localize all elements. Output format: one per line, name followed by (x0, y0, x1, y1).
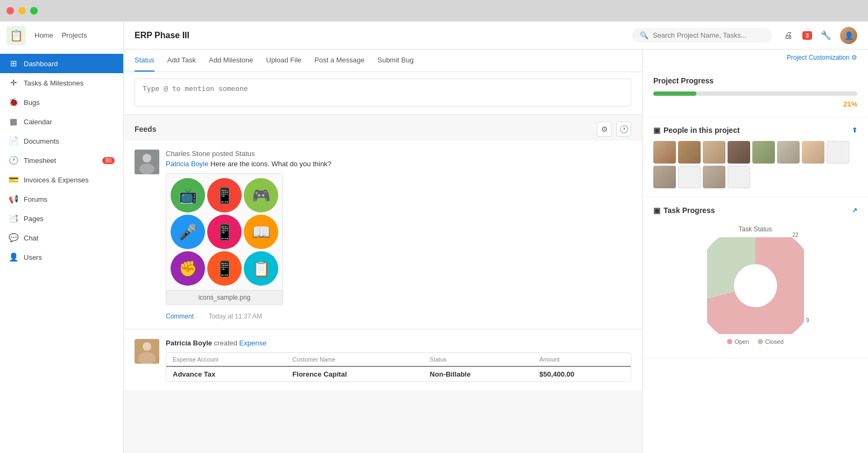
sidebar-item-users[interactable]: 👤 Users (0, 247, 123, 267)
sidebar-item-calendar[interactable]: ▦ Calendar (0, 112, 123, 131)
tasks-icon: ✛ (9, 78, 18, 88)
progress-percentage: 21% (653, 100, 857, 108)
sidebar-item-documents[interactable]: 📄 Documents (0, 131, 123, 151)
message-input[interactable] (135, 79, 631, 107)
person-avatar-placeholder (678, 166, 701, 188)
sidebar-item-bugs[interactable]: 🐞 Bugs (0, 93, 123, 112)
tab-add-task[interactable]: Add Task (167, 49, 196, 72)
sidebar-item-label: Pages (24, 215, 44, 223)
feed-area: Status Add Task Add Milestone Upload Fil… (124, 49, 642, 453)
sidebar-item-label: Documents (24, 137, 59, 145)
feed-body: Charles Stone posted Status Patricia Boy… (166, 150, 631, 320)
feed-item: Patricia Boyle created Expense Expense A… (124, 330, 642, 391)
tab-status[interactable]: Status (135, 49, 154, 72)
feed-item-header: Charles Stone posted Status Patricia Boy… (135, 150, 631, 320)
project-customization-link[interactable]: Project Customization ⚙ (653, 54, 857, 61)
feed-item-header: Patricia Boyle created Expense Expense A… (135, 339, 631, 382)
top-header: ERP Phase III 🔍 🖨 3 🔧 👤 (124, 22, 868, 49)
minimize-button[interactable] (18, 7, 26, 15)
poster-name: Patricia Boyle (166, 339, 212, 347)
search-input[interactable] (653, 31, 765, 39)
icon-7: ✊ (171, 251, 205, 286)
task-expand-icon[interactable]: ↗ (852, 207, 857, 214)
close-button[interactable] (6, 7, 14, 15)
top-nav: Home Projects (26, 31, 117, 39)
icon-1: 📺 (171, 178, 205, 213)
sidebar-item-tasks-milestones[interactable]: ✛ Tasks & Milestones (0, 73, 123, 93)
svg-point-4 (143, 342, 151, 351)
people-expand-icon[interactable]: ⬆ (852, 126, 857, 134)
chart-legend: Open Closed (727, 338, 784, 345)
icon-6: 📖 (244, 215, 278, 249)
settings-icon[interactable]: 🔧 (818, 28, 834, 43)
person-avatar-placeholder (728, 166, 750, 188)
tab-post-message[interactable]: Post a Message (314, 49, 364, 72)
customer-name-header: Customer Name (286, 353, 423, 366)
sidebar-item-label: Invoices & Expenses (24, 176, 89, 184)
feed-poster-text: Charles Stone posted Status (166, 150, 631, 158)
person-avatar (653, 141, 676, 164)
person-avatar (703, 141, 725, 164)
chart-title: Task Status (738, 225, 772, 233)
content-area: ERP Phase III 🔍 🖨 3 🔧 👤 Status Add Task (124, 22, 868, 453)
feeds-header: Feeds ⚙ 🕐 (124, 115, 642, 141)
page-title: ERP Phase III (135, 31, 375, 40)
users-icon: 👤 (9, 252, 18, 262)
feed-poster-avatar (135, 150, 159, 174)
amount-value: $50,400.00 (533, 366, 631, 381)
comment-link[interactable]: Comment (166, 313, 194, 320)
feed-mention: Patricia Boyle (166, 160, 208, 168)
legend-dot-open (727, 339, 732, 344)
forums-icon: 📢 (9, 194, 18, 204)
sidebar-item-forums[interactable]: 📢 Forums (0, 189, 123, 209)
tab-submit-bug[interactable]: Submit Bug (377, 49, 413, 72)
feed-footer: Comment · Today at 11:37 AM (166, 312, 631, 320)
sidebar-item-dashboard[interactable]: ⊞ Dashboard (0, 54, 123, 73)
feeds-settings-icon[interactable]: ⚙ (597, 122, 612, 137)
attachment-image-grid: 📺 📱 🎮 🎤 📱 📖 ✊ 📱 (166, 174, 283, 290)
feed-item: Charles Stone posted Status Patricia Boy… (124, 141, 642, 329)
tab-upload-file[interactable]: Upload File (266, 49, 302, 72)
section-collapse-icon-2[interactable]: ▣ (653, 206, 660, 215)
search-box[interactable]: 🔍 (632, 28, 772, 43)
feeds-title: Feeds (135, 125, 156, 133)
expense-account-value: Advance Tax (166, 366, 286, 381)
customer-name-value: Florence Capital (286, 366, 423, 381)
maximize-button[interactable] (30, 7, 38, 15)
timesheet-icon: 🕐 (9, 155, 18, 165)
status-header: Status (424, 353, 533, 366)
feed-text: Patricia Boyle Here are the icons. What … (166, 160, 631, 168)
pie-label-open: 22 (792, 232, 798, 238)
sidebar-item-timesheet[interactable]: 🕐 Timesheet 80 (0, 151, 123, 170)
titlebar (0, 0, 868, 22)
sidebar-item-label: Bugs (24, 98, 40, 107)
print-icon[interactable]: 🖨 (781, 28, 796, 43)
sidebar-item-chat[interactable]: 💬 Chat (0, 228, 123, 247)
nav-home[interactable]: Home (34, 31, 53, 39)
sidebar-item-pages[interactable]: 📑 Pages (0, 209, 123, 228)
person-avatar (703, 166, 725, 188)
legend-open: Open (727, 338, 749, 345)
legend-open-label: Open (735, 338, 749, 345)
user-avatar[interactable]: 👤 (840, 27, 857, 44)
main-split: Status Add Task Add Milestone Upload Fil… (124, 49, 868, 453)
nav-projects[interactable]: Projects (62, 31, 87, 39)
person-avatar (752, 141, 775, 164)
tab-add-milestone[interactable]: Add Milestone (209, 49, 253, 72)
pie-label-closed: 9 (806, 317, 809, 323)
project-progress-section: Project Progress 21% (643, 68, 868, 117)
sidebar-item-label: Users (24, 253, 42, 261)
dashboard-icon: ⊞ (9, 59, 18, 68)
icon-5: 📱 (207, 215, 242, 249)
sidebar-item-label: Tasks & Milestones (24, 79, 83, 87)
project-progress-title: Project Progress (653, 76, 857, 85)
documents-icon: 📄 (9, 136, 18, 146)
expense-link[interactable]: Expense (239, 339, 267, 347)
notification-badge[interactable]: 3 (802, 31, 812, 40)
app-logo: 📋 (6, 26, 26, 45)
amount-header: Amount (533, 353, 631, 366)
sidebar: 📋 Home Projects ⊞ Dashboard ✛ Tasks & Mi… (0, 22, 124, 453)
sidebar-item-invoices[interactable]: 💳 Invoices & Expenses (0, 170, 123, 189)
section-collapse-icon[interactable]: ▣ (653, 126, 660, 135)
feeds-history-icon[interactable]: 🕐 (616, 122, 631, 137)
